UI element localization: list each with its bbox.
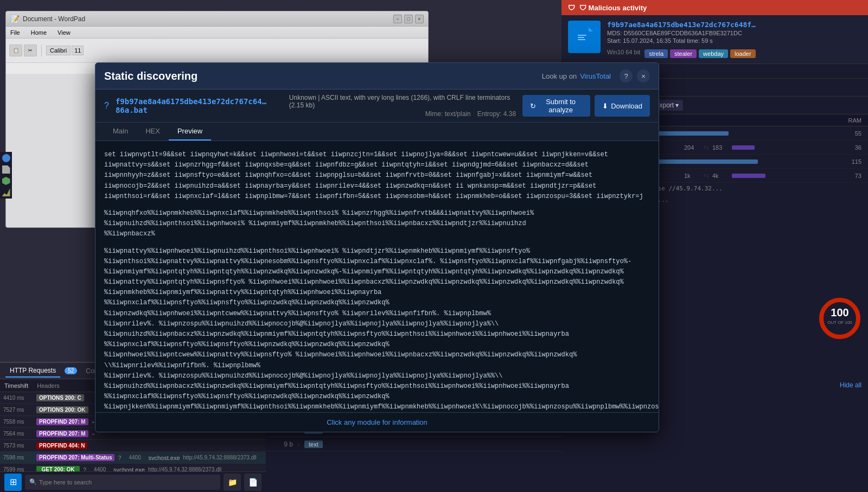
shield-icon[interactable] — [2, 177, 10, 185]
toolbar-paste[interactable]: 📋 — [9, 44, 22, 56]
chart-icon[interactable] — [2, 188, 10, 196]
svg-text:100: 100 — [831, 306, 848, 318]
close-btn[interactable]: × — [415, 15, 424, 23]
wordpad-titlebar: 📝 Document - WordPad − □ × — [6, 11, 428, 27]
font-name[interactable]: Calibri — [46, 46, 71, 55]
download-label: Download — [611, 102, 642, 110]
ribbon-view[interactable]: View — [58, 29, 71, 36]
malicious-banner: 🛡 🛡 Malicious activity — [561, 0, 868, 15]
ram-label: RAM — [848, 117, 861, 124]
file-type-label: Unknown — [289, 94, 316, 101]
doc-icon[interactable] — [2, 165, 10, 174]
virustotal-prefix: Look up on — [542, 72, 577, 80]
preview-para-2: %iiwpnqhfxo%%iiwpnmkheb%%iiwpnxclaf%%iiw… — [104, 208, 650, 240]
submit-label: Submit to analyze — [539, 98, 583, 114]
start-button[interactable]: ⊞ — [4, 474, 22, 491]
modal-header: Static discovering Look up on VirusTotal… — [95, 63, 659, 90]
headers-tab[interactable]: Headers — [37, 382, 60, 389]
toolbar-cut[interactable]: ✂ — [24, 44, 37, 56]
search-placeholder: Type here to search — [39, 479, 92, 485]
tab-bar: Main HEX Preview — [95, 123, 659, 141]
preview-para-3: %iiwpnattvy%%iiwpnhwoei%%iiwpnuihzd%%iiw… — [104, 246, 650, 413]
taskbar-app-1[interactable]: 📁 — [224, 474, 241, 491]
svg-marker-5 — [589, 27, 593, 31]
data-row[interactable]: 9 b ↓ text — [266, 437, 561, 451]
os-label: Win10 64 bit — [607, 49, 640, 55]
file-description: Unknown | ASCII text, with very long lin… — [289, 94, 516, 109]
svg-point-10 — [821, 300, 858, 337]
modal-title: Static discovering — [104, 70, 197, 82]
font-size[interactable]: 11 — [72, 46, 84, 55]
globe-icon[interactable] — [2, 154, 10, 162]
wordpad-ribbon: File Home View — [6, 27, 428, 39]
wordpad-icon: 📝 — [10, 15, 20, 23]
wordpad-toolbar: 📋 ✂ Calibri 11 — [6, 39, 428, 63]
submit-btn[interactable]: ↻ Submit to analyze — [522, 95, 590, 117]
http-row[interactable]: 7573 ms PROPFIND 404: N — [0, 440, 266, 452]
action-buttons: ↻ Submit to analyze ⬇ Download — [522, 95, 650, 117]
file-hash-right: f9b97ae8a4a6175dbe413e72dc767c648f… — [607, 21, 861, 29]
search-bar[interactable]: 🔍 Type here to search — [25, 475, 220, 490]
svg-rect-8 — [578, 39, 585, 40]
file-tags: strela stealer webday loader — [644, 49, 755, 58]
http-tab-label[interactable]: HTTP Requests — [5, 365, 60, 378]
file-md5: MDS: D5560CE8AE89FCDDB636A1FB9E3271DC — [607, 30, 861, 36]
shield-icon: 🛡 — [568, 4, 575, 12]
hide-all-btn[interactable]: Hide all — [840, 381, 861, 389]
modal-bottom: Click any module for information — [95, 412, 659, 432]
minimize-btn[interactable]: − — [393, 15, 402, 23]
tag-loader[interactable]: loader — [730, 49, 756, 58]
tag-webdav[interactable]: webday — [699, 49, 728, 58]
tab-hex[interactable]: HEX — [137, 123, 169, 140]
file-entropy: Entropy: 4.38 — [477, 110, 516, 118]
tag-stealer[interactable]: stealer — [670, 49, 697, 58]
score-circle: 100 OUT OF 100 — [818, 297, 861, 340]
file-info-section: f9b97ae8a4a6175dbe413e72dc767c648f… MDS:… — [561, 15, 868, 64]
static-discovering-modal: Static discovering Look up on VirusTotal… — [95, 62, 659, 432]
modal-file-name: f9b97ae8a4a6175dbe413e72dc767c64…86a.bat — [116, 97, 283, 114]
file-start-info: Start: 15.07.2024, 16:35 Total time: 59 … — [607, 37, 861, 44]
tab-preview[interactable]: Preview — [169, 123, 211, 140]
virustotal-link[interactable]: VirusTotal — [580, 72, 611, 80]
download-icon: ⬇ — [602, 102, 608, 110]
file-icon-large — [568, 21, 601, 53]
svg-text:OUT OF 100: OUT OF 100 — [827, 320, 852, 325]
file-info-bar: ? f9b97ae8a4a6175dbe413e72dc767c64…86a.b… — [95, 90, 659, 123]
win-taskbar: ⊞ 🔍 Type here to search 📁 📄 — [0, 471, 266, 492]
timeshift-tab[interactable]: Timeshift — [4, 382, 28, 389]
file-type-icon: ? — [104, 101, 109, 111]
ribbon-file[interactable]: File — [10, 29, 20, 36]
preview-content[interactable]: set iiwpnvptlt=9&&set iiwpnqyhwt=k&&set … — [95, 141, 659, 412]
wordpad-title: Document - WordPad — [23, 15, 85, 23]
svg-rect-7 — [578, 37, 584, 38]
http-count-badge: 52 — [65, 367, 77, 374]
download-btn[interactable]: ⬇ Download — [595, 95, 650, 117]
modal-header-btns: ? × — [620, 69, 650, 82]
taskbar-app-2[interactable]: 📄 — [244, 474, 261, 491]
svg-rect-6 — [578, 35, 586, 36]
click-info-text: Click any module for information — [327, 418, 427, 426]
wordpad-controls: − □ × — [393, 15, 424, 23]
search-icon: 🔍 — [29, 478, 37, 485]
http-row[interactable]: 7598 ms PROPFIND 207: Multi-Status ? 440… — [0, 452, 266, 464]
submit-icon: ↻ — [530, 102, 536, 110]
modal-virustotal: Look up on VirusTotal — [542, 72, 611, 80]
modal-close-btn[interactable]: × — [637, 69, 650, 82]
help-btn[interactable]: ? — [620, 69, 633, 82]
tag-strela[interactable]: strela — [644, 49, 668, 58]
file-details: f9b97ae8a4a6175dbe413e72dc767c648f… MDS:… — [607, 21, 861, 58]
maximize-btn[interactable]: □ — [404, 15, 413, 23]
file-mime: Mime: text/plain — [425, 110, 471, 118]
ribbon-home[interactable]: Home — [31, 29, 47, 36]
malicious-text: 🛡 Malicious activity — [579, 4, 647, 12]
globe-sidebar — [0, 152, 12, 199]
tab-main[interactable]: Main — [104, 123, 137, 140]
preview-para-1: set iiwpnvptlt=9&&set iiwpnqyhwt=k&&set … — [104, 150, 650, 202]
